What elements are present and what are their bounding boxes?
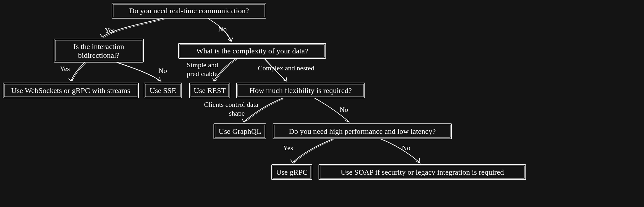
node-bidi-line2: bidirectional? — [78, 51, 119, 59]
node-sse-text: Use SSE — [150, 86, 176, 95]
node-grpc: Use gRPC — [272, 165, 312, 180]
node-websockets: Use WebSockets or gRPC with streams — [3, 83, 138, 98]
edge-root-yes: Yes — [100, 18, 164, 38]
node-graphql-text: Use GraphQL — [219, 127, 261, 135]
edge-bidi-yes-label: Yes — [60, 65, 70, 73]
node-soap: Use SOAP if security or legacy integrati… — [319, 165, 526, 180]
node-complexity-text: What is the complexity of your data? — [196, 47, 308, 55]
node-flexibility: How much flexibility is required? — [236, 83, 365, 98]
edge-perf-no: No — [380, 139, 421, 163]
node-sse: Use SSE — [144, 83, 182, 98]
node-rest: Use REST — [190, 83, 230, 98]
edge-root-yes-label: Yes — [105, 26, 115, 34]
node-soap-text: Use SOAP if security or legacy integrati… — [341, 168, 504, 176]
edge-flex-clients-l1: Clients control data — [204, 101, 258, 108]
node-bidi: Is the interaction bidirectional? — [54, 39, 143, 62]
node-ws-text: Use WebSockets or gRPC with streams — [11, 86, 130, 95]
edge-flex-clients: Clients control data shape — [204, 98, 284, 123]
edge-root-no: No — [208, 18, 233, 42]
node-performance: Do you need high performance and low lat… — [273, 124, 452, 139]
edge-flex-no-label: No — [340, 106, 348, 113]
edge-perf-yes-label: Yes — [283, 144, 293, 152]
edge-flex-no: No — [314, 98, 350, 123]
node-grpc-text: Use gRPC — [276, 168, 308, 176]
node-bidi-line1: Is the interaction — [73, 42, 124, 51]
edge-complexity-nested: Complex and nested — [258, 58, 314, 82]
decision-tree-diagram: Do you need real-time communication? Is … — [0, 0, 644, 207]
node-graphql: Use GraphQL — [214, 124, 266, 139]
edge-complexity-simple-l1: Simple and — [187, 61, 218, 69]
node-complexity: What is the complexity of your data? — [179, 43, 326, 58]
edge-complexity-nested-label: Complex and nested — [258, 64, 314, 72]
edge-bidi-no-label: No — [158, 67, 167, 74]
edge-complexity-simple: Simple and predictable — [187, 58, 237, 82]
node-perf-text: Do you need high performance and low lat… — [289, 127, 436, 135]
edge-complexity-simple-l2: predictable — [187, 70, 218, 78]
node-root-text: Do you need real-time communication? — [129, 7, 249, 15]
node-root: Do you need real-time communication? — [112, 3, 266, 18]
edge-perf-yes: Yes — [283, 139, 334, 163]
edge-flex-clients-l2: shape — [229, 109, 245, 117]
edge-bidi-yes: Yes — [60, 62, 86, 82]
edge-perf-no-label: No — [402, 144, 410, 152]
node-rest-text: Use REST — [194, 86, 226, 95]
node-flex-text: How much flexibility is required? — [249, 86, 352, 95]
edge-root-no-label: No — [218, 25, 227, 33]
edge-bidi-no: No — [116, 62, 167, 82]
